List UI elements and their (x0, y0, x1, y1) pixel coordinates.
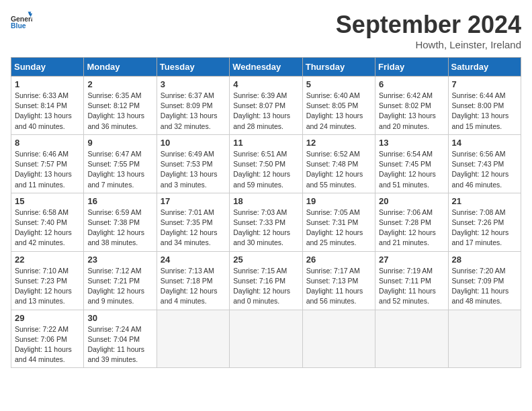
page-header: General Blue September 2024 Howth, Leins… (11, 11, 521, 50)
calendar-cell: 6 Sunrise: 6:42 AM Sunset: 8:02 PM Dayli… (375, 77, 448, 135)
day-info: Sunrise: 6:44 AM Sunset: 8:00 PM Dayligh… (452, 91, 517, 132)
calendar-cell: 13 Sunrise: 6:54 AM Sunset: 7:45 PM Dayl… (375, 134, 448, 193)
calendar-cell: 17 Sunrise: 7:01 AM Sunset: 7:35 PM Dayl… (157, 193, 229, 251)
day-number: 15 (15, 196, 80, 206)
day-number: 9 (87, 138, 152, 148)
calendar-cell: 12 Sunrise: 6:52 AM Sunset: 7:48 PM Dayl… (302, 134, 375, 193)
day-number: 12 (306, 138, 371, 148)
header-sunday: Sunday (11, 58, 84, 77)
day-number: 6 (379, 79, 444, 89)
day-info: Sunrise: 6:33 AM Sunset: 8:14 PM Dayligh… (15, 91, 80, 132)
day-number: 5 (306, 79, 371, 89)
day-info: Sunrise: 6:56 AM Sunset: 7:43 PM Dayligh… (452, 149, 517, 190)
day-number: 29 (15, 313, 80, 323)
calendar-cell: 2 Sunrise: 6:35 AM Sunset: 8:12 PM Dayli… (84, 77, 157, 135)
day-number: 18 (233, 196, 298, 206)
day-number: 17 (161, 196, 226, 206)
calendar-cell (230, 310, 302, 368)
day-number: 25 (233, 255, 298, 265)
day-info: Sunrise: 7:19 AM Sunset: 7:11 PM Dayligh… (379, 266, 444, 307)
day-info: Sunrise: 6:46 AM Sunset: 7:57 PM Dayligh… (15, 149, 80, 190)
calendar-cell: 9 Sunrise: 6:47 AM Sunset: 7:55 PM Dayli… (84, 134, 157, 193)
header-friday: Friday (375, 58, 448, 77)
day-number: 22 (15, 255, 80, 265)
day-number: 27 (379, 255, 444, 265)
day-info: Sunrise: 7:06 AM Sunset: 7:28 PM Dayligh… (379, 208, 444, 248)
day-number: 30 (87, 313, 152, 323)
calendar-cell: 8 Sunrise: 6:46 AM Sunset: 7:57 PM Dayli… (11, 134, 84, 193)
day-info: Sunrise: 6:54 AM Sunset: 7:45 PM Dayligh… (379, 149, 444, 190)
day-number: 21 (452, 196, 517, 206)
day-info: Sunrise: 7:22 AM Sunset: 7:06 PM Dayligh… (15, 324, 80, 365)
calendar-cell: 19 Sunrise: 7:05 AM Sunset: 7:31 PM Dayl… (302, 193, 375, 251)
header-monday: Monday (84, 58, 157, 77)
calendar-cell: 4 Sunrise: 6:39 AM Sunset: 8:07 PM Dayli… (230, 77, 302, 135)
calendar-table: Sunday Monday Tuesday Wednesday Thursday… (11, 57, 521, 368)
calendar-header-row: Sunday Monday Tuesday Wednesday Thursday… (11, 58, 521, 77)
header-wednesday: Wednesday (230, 58, 302, 77)
day-info: Sunrise: 6:37 AM Sunset: 8:09 PM Dayligh… (161, 91, 226, 132)
day-number: 4 (233, 79, 298, 89)
calendar-cell: 30 Sunrise: 7:24 AM Sunset: 7:04 PM Dayl… (84, 310, 157, 368)
day-info: Sunrise: 6:47 AM Sunset: 7:55 PM Dayligh… (87, 149, 152, 190)
calendar-cell: 10 Sunrise: 6:49 AM Sunset: 7:53 PM Dayl… (157, 134, 229, 193)
svg-text:Blue: Blue (11, 22, 26, 30)
calendar-cell: 26 Sunrise: 7:17 AM Sunset: 7:13 PM Dayl… (302, 251, 375, 310)
calendar-cell: 14 Sunrise: 6:56 AM Sunset: 7:43 PM Dayl… (448, 134, 521, 193)
day-info: Sunrise: 7:01 AM Sunset: 7:35 PM Dayligh… (161, 208, 226, 248)
calendar-cell: 7 Sunrise: 6:44 AM Sunset: 8:00 PM Dayli… (448, 77, 521, 135)
location: Howth, Leinster, Ireland (336, 39, 521, 50)
calendar-cell: 28 Sunrise: 7:20 AM Sunset: 7:09 PM Dayl… (448, 251, 521, 310)
logo-icon: General Blue (11, 11, 32, 32)
calendar-week-row: 8 Sunrise: 6:46 AM Sunset: 7:57 PM Dayli… (11, 134, 521, 193)
calendar-cell: 5 Sunrise: 6:40 AM Sunset: 8:05 PM Dayli… (302, 77, 375, 135)
day-info: Sunrise: 7:17 AM Sunset: 7:13 PM Dayligh… (306, 266, 371, 307)
calendar-cell: 15 Sunrise: 6:58 AM Sunset: 7:40 PM Dayl… (11, 193, 84, 251)
calendar-cell (448, 310, 521, 368)
day-number: 1 (15, 79, 80, 89)
day-info: Sunrise: 6:39 AM Sunset: 8:07 PM Dayligh… (233, 91, 298, 132)
calendar-week-row: 1 Sunrise: 6:33 AM Sunset: 8:14 PM Dayli… (11, 77, 521, 135)
day-info: Sunrise: 6:35 AM Sunset: 8:12 PM Dayligh… (87, 91, 152, 132)
calendar-cell: 1 Sunrise: 6:33 AM Sunset: 8:14 PM Dayli… (11, 77, 84, 135)
day-number: 2 (87, 79, 152, 89)
day-number: 19 (306, 196, 371, 206)
day-info: Sunrise: 6:52 AM Sunset: 7:48 PM Dayligh… (306, 149, 371, 190)
day-info: Sunrise: 7:05 AM Sunset: 7:31 PM Dayligh… (306, 208, 371, 248)
day-number: 7 (452, 79, 517, 89)
title-section: September 2024 Howth, Leinster, Ireland (336, 11, 521, 50)
svg-text:General: General (11, 15, 32, 23)
day-number: 11 (233, 138, 298, 148)
day-number: 8 (15, 138, 80, 148)
calendar-cell (302, 310, 375, 368)
day-info: Sunrise: 6:58 AM Sunset: 7:40 PM Dayligh… (15, 208, 80, 248)
header-tuesday: Tuesday (157, 58, 229, 77)
day-info: Sunrise: 7:15 AM Sunset: 7:16 PM Dayligh… (233, 266, 298, 307)
calendar-cell: 3 Sunrise: 6:37 AM Sunset: 8:09 PM Dayli… (157, 77, 229, 135)
calendar-cell: 11 Sunrise: 6:51 AM Sunset: 7:50 PM Dayl… (230, 134, 302, 193)
header-thursday: Thursday (302, 58, 375, 77)
header-saturday: Saturday (448, 58, 521, 77)
calendar-cell: 16 Sunrise: 6:59 AM Sunset: 7:38 PM Dayl… (84, 193, 157, 251)
calendar-cell: 25 Sunrise: 7:15 AM Sunset: 7:16 PM Dayl… (230, 251, 302, 310)
calendar-cell: 27 Sunrise: 7:19 AM Sunset: 7:11 PM Dayl… (375, 251, 448, 310)
day-number: 3 (161, 79, 226, 89)
calendar-cell: 29 Sunrise: 7:22 AM Sunset: 7:06 PM Dayl… (11, 310, 84, 368)
day-info: Sunrise: 7:08 AM Sunset: 7:26 PM Dayligh… (452, 208, 517, 248)
day-number: 26 (306, 255, 371, 265)
day-number: 14 (452, 138, 517, 148)
calendar-cell: 20 Sunrise: 7:06 AM Sunset: 7:28 PM Dayl… (375, 193, 448, 251)
day-number: 23 (87, 255, 152, 265)
calendar-cell: 21 Sunrise: 7:08 AM Sunset: 7:26 PM Dayl… (448, 193, 521, 251)
calendar-cell: 23 Sunrise: 7:12 AM Sunset: 7:21 PM Dayl… (84, 251, 157, 310)
day-info: Sunrise: 6:42 AM Sunset: 8:02 PM Dayligh… (379, 91, 444, 132)
calendar-cell: 22 Sunrise: 7:10 AM Sunset: 7:23 PM Dayl… (11, 251, 84, 310)
calendar-cell: 24 Sunrise: 7:13 AM Sunset: 7:18 PM Dayl… (157, 251, 229, 310)
day-info: Sunrise: 7:10 AM Sunset: 7:23 PM Dayligh… (15, 266, 80, 307)
calendar-cell (375, 310, 448, 368)
day-info: Sunrise: 6:40 AM Sunset: 8:05 PM Dayligh… (306, 91, 371, 132)
day-number: 20 (379, 196, 444, 206)
day-info: Sunrise: 6:59 AM Sunset: 7:38 PM Dayligh… (87, 208, 152, 248)
day-info: Sunrise: 7:12 AM Sunset: 7:21 PM Dayligh… (87, 266, 152, 307)
day-info: Sunrise: 6:51 AM Sunset: 7:50 PM Dayligh… (233, 149, 298, 190)
